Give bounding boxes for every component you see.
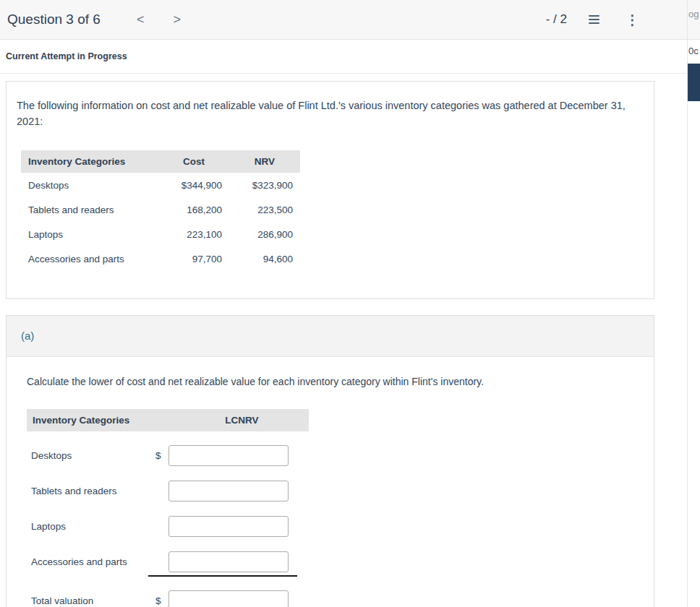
attempt-status-label: Current Attempt in Progress	[6, 51, 127, 61]
cell-nrv: 223,500	[229, 197, 300, 222]
subtotal-single-rule	[148, 575, 297, 577]
table-row: Laptops 223,100 286,900	[21, 222, 300, 246]
problem-card: The following information on cost and ne…	[6, 81, 654, 299]
cell-nrv: $323,900	[229, 173, 300, 197]
row-label: Tablets and readers	[27, 486, 155, 496]
lcnrv-header-inventory-categories: Inventory Categories	[27, 415, 175, 426]
cell-nrv: 286,900	[229, 222, 300, 246]
lcnrv-row-accessories: Accessories and parts	[27, 551, 633, 573]
right-edge-panel: og 0c	[687, 0, 700, 607]
lcnrv-table-header: Inventory Categories LCNRV	[27, 409, 309, 431]
cell-category: Accessories and parts	[21, 246, 158, 271]
dollar-sign: $	[155, 450, 168, 461]
lcnrv-row-laptops: Laptops	[27, 516, 633, 538]
cell-category: Laptops	[21, 222, 158, 246]
main-column: Question 3 of 6 < > - / 2 ⋮ Current Atte…	[0, 0, 687, 607]
cost-nrv-table: Inventory Categories Cost NRV Desktops $…	[21, 150, 300, 271]
part-a-body: Calculate the lower of cost and net real…	[7, 357, 654, 607]
table-row: Desktops $344,900 $323,900	[21, 173, 300, 197]
row-label: Laptops	[27, 521, 155, 532]
row-label: Desktops	[27, 450, 155, 461]
lcnrv-row-tablets: Tablets and readers	[27, 481, 633, 502]
attempt-bar: Current Attempt in Progress	[0, 40, 687, 74]
cell-category: Tablets and readers	[21, 197, 158, 222]
table-row: Accessories and parts 97,700 94,600	[21, 246, 300, 271]
next-question-button[interactable]: >	[167, 9, 187, 30]
part-a-header: (a)	[7, 316, 654, 357]
cell-cost: 223,100	[158, 222, 229, 246]
problem-intro-text: The following information on cost and ne…	[17, 98, 638, 130]
part-a-label: (a)	[21, 330, 34, 342]
lcnrv-input-desktops[interactable]	[168, 445, 289, 466]
column-header-cost: Cost	[158, 150, 229, 173]
part-a-card: (a) Calculate the lower of cost and net …	[6, 315, 654, 607]
cell-cost: 97,700	[158, 246, 229, 271]
kebab-menu-icon[interactable]: ⋮	[621, 12, 644, 28]
right-edge-text-fragment: 0c	[688, 40, 700, 56]
score-display: - / 2	[546, 12, 567, 27]
lcnrv-input-accessories[interactable]	[168, 551, 289, 572]
question-header: Question 3 of 6 < > - / 2 ⋮	[0, 0, 687, 40]
lcnrv-input-tablets[interactable]	[168, 481, 289, 501]
right-edge-navy-block[interactable]	[688, 64, 700, 101]
row-label: Accessories and parts	[27, 556, 155, 567]
cell-cost: $344,900	[158, 173, 229, 197]
lcnrv-input-laptops[interactable]	[168, 516, 289, 537]
column-header-nrv: NRV	[229, 150, 300, 173]
right-edge-header-fragment: og	[688, 0, 700, 40]
lcnrv-row-total: Total valuation $	[27, 590, 633, 607]
part-a-instruction: Calculate the lower of cost and net real…	[27, 376, 633, 387]
row-label: Total valuation	[27, 595, 155, 606]
column-header-inventory-categories: Inventory Categories	[21, 150, 158, 173]
lcnrv-header-lcnrv: LCNRV	[175, 415, 309, 426]
question-list-icon[interactable]	[586, 12, 602, 27]
question-title: Question 3 of 6	[7, 12, 101, 27]
table-row: Tablets and readers 168,200 223,500	[21, 197, 300, 222]
cell-cost: 168,200	[158, 197, 229, 222]
cell-nrv: 94,600	[229, 246, 300, 271]
header-right-controls: - / 2 ⋮	[546, 12, 644, 28]
previous-question-button[interactable]: <	[131, 9, 150, 30]
total-valuation-input[interactable]	[168, 590, 289, 607]
cell-category: Desktops	[21, 173, 158, 197]
dollar-sign: $	[155, 595, 168, 606]
lcnrv-row-desktops: Desktops $	[27, 445, 633, 467]
